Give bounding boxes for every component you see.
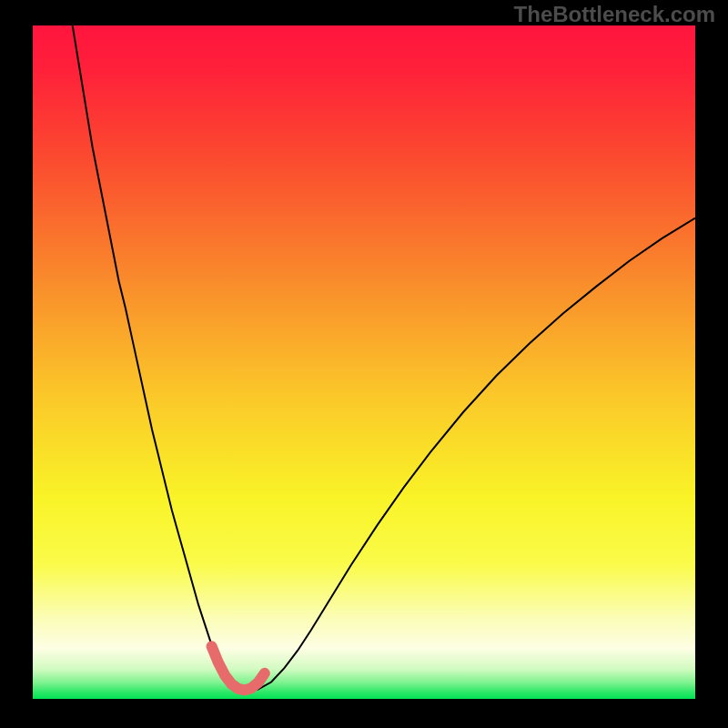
chart-container: TheBottleneck.com bbox=[0, 0, 728, 728]
plot-area bbox=[33, 25, 695, 699]
watermark-text: TheBottleneck.com bbox=[514, 2, 715, 27]
chart-svg bbox=[33, 25, 695, 699]
gradient-background bbox=[33, 25, 695, 699]
